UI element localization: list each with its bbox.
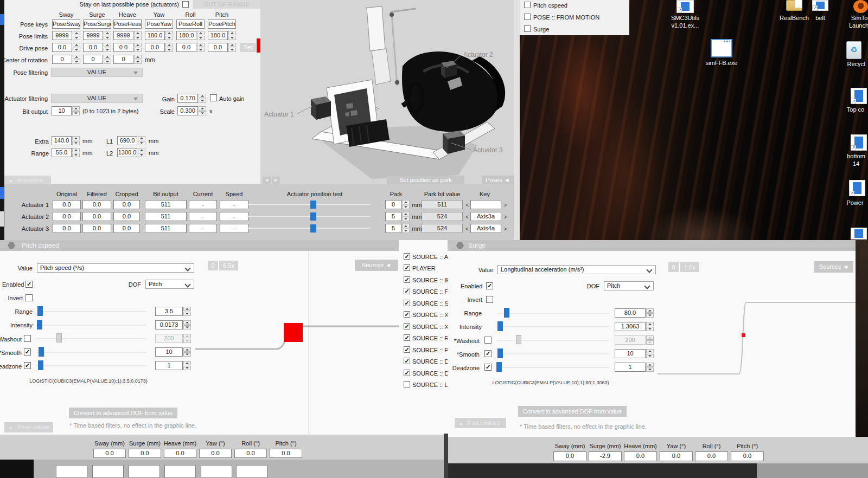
smooth-value-spinner[interactable]: 10 xyxy=(615,349,654,358)
smooth-checkbox[interactable]: ✓ xyxy=(24,348,31,356)
pose-filtering-dropdown[interactable]: VALUE xyxy=(51,68,143,77)
pitch-cspeed-checkbox[interactable] xyxy=(524,2,531,8)
deadzone-checkbox[interactable]: ✓ xyxy=(24,362,31,369)
rig-3d-viewer[interactable] xyxy=(260,0,514,184)
key-next-button[interactable]: > xyxy=(503,202,507,209)
intensity-slider-handle[interactable] xyxy=(37,320,42,330)
graph-zero-button[interactable]: 0 xyxy=(208,261,218,270)
range-value-spinner[interactable]: 3.5 xyxy=(155,307,191,316)
simtools-launcher-icon[interactable] xyxy=(853,0,868,13)
invert-checkbox[interactable] xyxy=(486,296,493,303)
actuators-tab[interactable]: ▲Actuators xyxy=(4,176,51,184)
deadzone-slider-track[interactable] xyxy=(497,367,609,368)
desktop-icon-label[interactable]: Top co xyxy=(843,106,868,113)
pose-key-input[interactable]: PoseHeave xyxy=(113,20,142,29)
poses-panel-header[interactable]: Poses ◄ xyxy=(482,176,514,184)
bottom-14-icon[interactable] xyxy=(851,134,867,151)
pose-limit-spinner[interactable]: 180.0 xyxy=(208,31,236,40)
drive-pose-spinner[interactable]: 0.0 xyxy=(208,43,236,52)
intensity-value-spinner[interactable]: 1.3063 xyxy=(615,322,654,331)
invert-checkbox[interactable] xyxy=(25,294,33,301)
pose-limit-spinner[interactable]: 9999 xyxy=(83,31,111,40)
pose-key-input[interactable]: PoseYaw xyxy=(145,20,173,29)
drive-pose-spinner[interactable]: 0.0 xyxy=(113,43,142,52)
smooth-slider-track[interactable] xyxy=(497,353,609,354)
set-position-as-park-button[interactable]: Set position as park xyxy=(387,176,464,184)
graph-zoom-button[interactable]: 6.5x xyxy=(219,261,238,270)
partial-desktop-icon[interactable] xyxy=(851,228,867,240)
desktop-icon-label[interactable]: Launch xyxy=(844,22,868,29)
source-checkbox[interactable]: ✓ xyxy=(404,323,410,330)
drive-pose-set-button[interactable]: Set xyxy=(240,43,256,52)
park-spinner[interactable]: 5 xyxy=(385,212,410,221)
washout-checkbox[interactable] xyxy=(24,335,31,342)
pose-key-input[interactable]: PoseSurge xyxy=(83,20,111,29)
source-checkbox[interactable]: ✓ xyxy=(404,346,410,353)
key-input[interactable] xyxy=(470,200,501,209)
intensity-slider-track[interactable] xyxy=(497,326,609,327)
enabled-checkbox[interactable]: ✓ xyxy=(486,282,493,289)
washout-slider-handle[interactable] xyxy=(516,335,521,344)
desktop-icon-label[interactable]: v1.01.ex... xyxy=(665,22,705,29)
position-test-slider-track[interactable] xyxy=(248,216,370,217)
park-spinner[interactable]: 0 xyxy=(385,200,410,209)
key-prev-button[interactable]: < xyxy=(465,202,469,209)
auto-gain-checkbox[interactable] xyxy=(210,94,217,101)
belt-icon[interactable] xyxy=(812,0,828,11)
recycle-bin-icon[interactable] xyxy=(846,41,861,59)
park-spinner[interactable]: 5 xyxy=(385,224,410,233)
smc3utils-icon[interactable] xyxy=(676,0,694,13)
washout-slider-track[interactable] xyxy=(497,340,609,341)
source-checkbox[interactable]: ✓ xyxy=(404,288,410,294)
deadzone-value-spinner[interactable]: 1 xyxy=(155,361,191,370)
source-checkbox[interactable]: ✓ xyxy=(404,264,410,271)
pitch-transfer-graph[interactable] xyxy=(195,251,399,435)
viewer-prev-button[interactable]: ◄ xyxy=(263,177,271,184)
dof-dropdown[interactable]: Pitch xyxy=(604,281,654,290)
deadzone-value-spinner[interactable]: 1 xyxy=(615,363,654,372)
source-checkbox[interactable]: ✓ xyxy=(404,253,410,260)
surge-checkbox[interactable] xyxy=(524,25,531,32)
center-rotation-spinner[interactable]: 0 xyxy=(52,55,80,64)
desktop-icon-label[interactable]: RealBench xyxy=(777,15,812,21)
range-slider-handle[interactable] xyxy=(504,308,509,318)
l2-spinner[interactable]: 1300.0 xyxy=(117,148,145,157)
desktop-icon-label[interactable]: SMC3Utils xyxy=(665,15,705,21)
sources-panel-header[interactable]: Sources ◄ xyxy=(814,261,853,273)
actuator-filtering-dropdown[interactable]: VALUE xyxy=(51,94,143,103)
deadzone-slider-handle[interactable] xyxy=(38,360,43,370)
drive-pose-spinner[interactable]: 0.0 xyxy=(176,43,205,52)
source-checkbox[interactable]: ✓ xyxy=(404,300,410,306)
power-icon[interactable] xyxy=(849,180,865,196)
range-slider-handle[interactable] xyxy=(37,306,43,316)
graph-zoom-button[interactable]: 1.0x xyxy=(680,262,699,272)
pose-key-input[interactable]: PoseRoll xyxy=(176,20,205,29)
intensity-slider-handle[interactable] xyxy=(497,321,503,331)
pose-values-tab[interactable]: ▲Pose values xyxy=(4,422,53,432)
desktop-icon-label[interactable]: Power xyxy=(843,199,867,206)
pose-key-input[interactable]: PosePitch xyxy=(208,20,236,29)
drive-pose-spinner[interactable]: 0.0 xyxy=(52,43,80,52)
l1-spinner[interactable]: 690.0 xyxy=(117,136,145,145)
deadzone-slider-handle[interactable] xyxy=(496,362,502,372)
source-checkbox[interactable] xyxy=(404,381,410,387)
convert-to-advanced-dof-button[interactable]: Convert to advanced DOF from value xyxy=(518,406,627,417)
key-next-button[interactable]: > xyxy=(503,225,507,232)
pose-from-motion-checkbox[interactable] xyxy=(524,14,531,20)
top-co-icon[interactable] xyxy=(851,88,867,104)
dof-dropdown[interactable]: Pitch xyxy=(145,280,194,289)
key-next-button[interactable]: > xyxy=(503,214,507,221)
washout-slider-track[interactable] xyxy=(36,338,146,339)
smooth-checkbox[interactable]: ✓ xyxy=(484,350,492,357)
position-test-slider-handle[interactable] xyxy=(310,201,316,209)
position-test-slider-track[interactable] xyxy=(248,204,370,205)
smooth-value-spinner[interactable]: 10 xyxy=(155,347,191,357)
desktop-icon-label[interactable]: 14 xyxy=(846,160,866,167)
desktop-icon-label[interactable]: bottom xyxy=(842,153,868,159)
graph-zero-button[interactable]: 0 xyxy=(668,262,679,272)
gain-spinner[interactable]: 0.170 xyxy=(177,94,206,103)
desktop-icon-label[interactable]: simFFB.exe xyxy=(704,60,739,66)
intensity-value-spinner[interactable]: 0.0173 xyxy=(155,320,191,330)
pose-limit-spinner[interactable]: 9999 xyxy=(52,31,80,40)
source-checkbox[interactable]: ✓ xyxy=(404,311,410,318)
